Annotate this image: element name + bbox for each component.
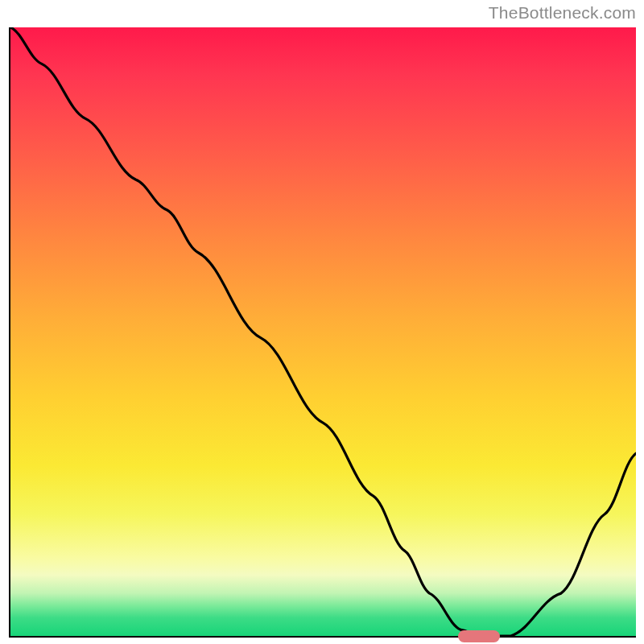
- bottleneck-curve: [10, 27, 636, 636]
- plot-area: [10, 27, 636, 636]
- chart-container: TheBottleneck.com: [0, 0, 644, 644]
- selected-range-marker: [458, 630, 500, 642]
